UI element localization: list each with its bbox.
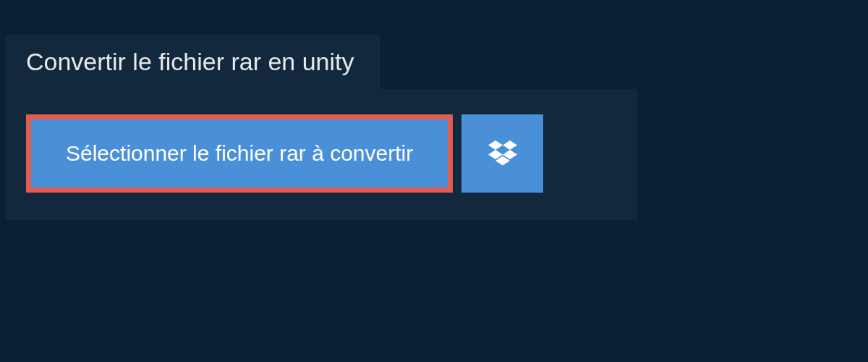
dropbox-icon [488,140,517,167]
page-title: Convertir le fichier rar en unity [26,48,354,76]
dropbox-button[interactable] [461,114,543,193]
title-bar: Convertir le fichier rar en unity [6,35,380,89]
select-file-button[interactable]: Sélectionner le fichier rar à convertir [26,114,453,193]
select-file-label: Sélectionner le fichier rar à convertir [66,141,413,166]
button-row: Sélectionner le fichier rar à convertir [26,114,617,193]
converter-panel: Convertir le fichier rar en unity Sélect… [0,0,868,220]
file-select-panel: Sélectionner le fichier rar à convertir [6,89,637,220]
